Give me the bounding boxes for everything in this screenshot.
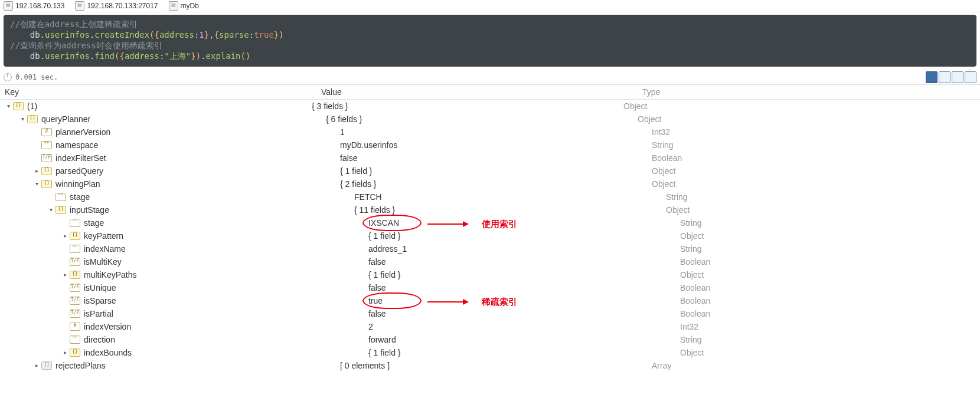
tree-value: forward [368,333,396,346]
type-bool-icon: T/F [70,258,80,266]
type-obj-icon: {} [70,271,80,279]
tree-key: isMultiKey [84,255,122,268]
tree-type: Object [623,100,980,113]
view-popout-button[interactable] [965,71,976,83]
tree-type: Boolean [680,294,980,307]
tree-row[interactable]: T/FisMultiKeyfalseBoolean [0,255,980,268]
tree-row[interactable]: ▾{}inputStage{ 11 fields }Object [0,203,980,216]
tree-type: String [680,333,980,346]
tree-key: namespace [55,139,98,152]
chevron-down-icon[interactable]: ▾ [47,203,54,216]
result-tree: Key Value Type ▾{}(1){ 3 fields }Object▾… [0,84,980,372]
type-bool-icon: T/F [70,284,80,292]
view-tree-button[interactable] [926,71,937,83]
col-value[interactable]: Value [316,85,638,99]
tree-row[interactable]: ""namespacemyDb.userinfosString [0,139,980,152]
tree-key: isSparse [84,294,116,307]
type-obj-icon: {} [70,232,80,240]
view-toolbar [926,71,976,83]
tree-value: true [368,294,383,307]
col-type[interactable]: Type [638,85,980,99]
tree-type: Array [652,359,980,372]
chevron-down-icon[interactable]: ▾ [33,177,40,190]
tree-row[interactable]: ""stageIXSCAN使用索引String [0,216,980,229]
col-key[interactable]: Key [0,85,316,99]
tree-key: rejectedPlans [55,359,106,372]
tree-key: stage [70,190,90,203]
tree-type: String [652,139,980,152]
tree-type: Object [680,229,980,242]
type-str-icon: "" [70,245,80,253]
breadcrumb: ▤ 192.168.70.133 ▤ 192.168.70.133:27017 … [0,0,980,12]
chevron-down-icon[interactable]: ▾ [5,100,12,113]
chevron-right-icon[interactable]: ▸ [33,359,40,372]
tree-type: Int32 [652,126,980,139]
annotation-label: 使用索引 [482,218,517,231]
tree-value: address_1 [368,242,407,255]
tree-row[interactable]: ▸{}keyPattern{ 1 field }Object [0,229,980,242]
tree-row[interactable]: T/FisSparsetrue稀疏索引Boolean [0,294,980,307]
tree-key: indexName [84,242,126,255]
clock-icon [4,73,12,81]
tree-key: queryPlanner [41,113,90,126]
tree-row[interactable]: #indexVersion2Int32 [0,320,980,333]
view-table-button[interactable] [939,71,950,83]
hostport-icon: ▤ [75,1,84,11]
tree-row[interactable]: #plannerVersion1Int32 [0,126,980,139]
chevron-down-icon[interactable]: ▾ [19,113,26,126]
tree-type: Boolean [680,281,980,294]
type-bool-icon: T/F [70,297,80,305]
chevron-right-icon[interactable]: ▸ [61,268,68,281]
type-obj-icon: {} [13,102,24,110]
chevron-right-icon[interactable]: ▸ [61,229,68,242]
type-obj-icon: {} [70,348,80,357]
tree-key: multiKeyPaths [84,268,136,281]
crumb-hostport[interactable]: 192.168.70.133:27017 [87,2,158,10]
tree-row[interactable]: ▾{}(1){ 3 fields }Object [0,100,980,113]
tree-value: IXSCAN [368,216,399,229]
tree-key: plannerVersion [55,126,110,139]
tree-row[interactable]: ▸{}multiKeyPaths{ 1 field }Object [0,268,980,281]
annotation-arrow: 稀疏索引 [427,295,517,308]
tree-row[interactable]: T/FisPartialfalseBoolean [0,307,980,320]
chevron-right-icon[interactable]: ▸ [33,165,40,177]
tree-type: Boolean [680,255,980,268]
crumb-host[interactable]: 192.168.70.133 [15,2,64,10]
tree-type: Object [666,203,980,216]
tree-value: false [368,255,386,268]
tree-row[interactable]: ▸{}indexBounds{ 1 field }Object [0,346,980,359]
tree-value: { 6 fields } [326,113,362,126]
tree-value: { 1 field } [368,346,401,359]
tree-value: myDb.userinfos [340,139,397,152]
tree-row[interactable]: ▾{}winningPlan{ 2 fields }Object [0,177,980,190]
annotation-arrow: 使用索引 [427,218,517,231]
tree-row[interactable]: ▾{}queryPlanner{ 6 fields }Object [0,113,980,126]
tree-key: isUnique [84,281,116,294]
tree-value: { 3 fields } [312,100,348,113]
tree-key: indexVersion [84,320,131,333]
tree-row[interactable]: ""directionforwardString [0,333,980,346]
tree-key: winningPlan [55,177,100,190]
tree-key: (1) [27,100,37,113]
tree-value: { 1 field } [368,268,401,281]
tree-type: String [680,216,980,229]
type-int-icon: # [70,323,80,331]
type-obj-icon: {} [55,206,66,214]
code-editor[interactable]: //创建在address上创建稀疏索引 db.userinfos.createI… [4,15,976,67]
tree-value: { 1 field } [368,229,401,242]
tree-row[interactable]: ▸{}parsedQuery{ 1 field }Object [0,165,980,177]
tree-row[interactable]: ""indexNameaddress_1String [0,242,980,255]
view-text-button[interactable] [952,71,963,83]
tree-type: Int32 [680,320,980,333]
tree-row[interactable]: ""stageFETCHString [0,190,980,203]
tree-key: indexFilterSet [55,152,106,165]
tree-type: Boolean [652,152,980,165]
tree-value: 2 [368,320,373,333]
tree-row[interactable]: T/FisUniquefalseBoolean [0,281,980,294]
tree-row[interactable]: T/FindexFilterSetfalseBoolean [0,152,980,165]
tree-value: false [368,307,386,320]
chevron-right-icon[interactable]: ▸ [61,346,68,359]
tree-key: keyPattern [84,229,123,242]
tree-row[interactable]: ▸[]rejectedPlans[ 0 elements ]Array [0,359,980,372]
crumb-db[interactable]: myDb [181,2,199,10]
